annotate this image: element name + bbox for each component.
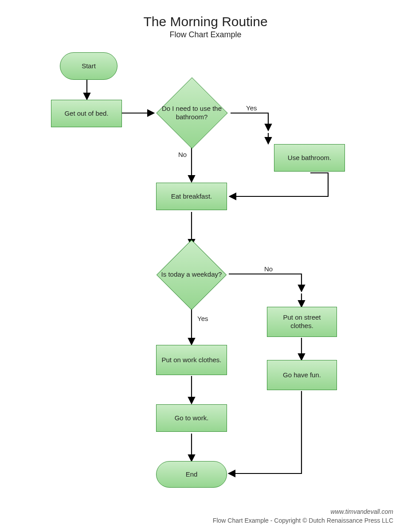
have-fun-process: Go have fun. (267, 360, 337, 390)
start-terminator: Start (60, 52, 117, 80)
flowchart-page: The Morning Routine Flow Chart Example (0, 0, 411, 532)
footer-copy: Flow Chart Example - Copyright © Dutch R… (213, 517, 393, 524)
start-label: Start (82, 62, 96, 70)
weekday-decision-label: Is today a weekday? (161, 270, 222, 279)
page-subtitle: Flow Chart Example (0, 30, 411, 39)
street-clothes-process: Put on street clothes. (267, 307, 337, 337)
weekday-decision: Is today a weekday? (154, 245, 229, 305)
get-out-of-bed-label: Get out of bed. (64, 110, 108, 118)
work-clothes-process: Put on work clothes. (156, 345, 227, 375)
go-to-work-label: Go to work. (175, 414, 209, 422)
work-clothes-label: Put on work clothes. (161, 356, 221, 364)
bathroom-no-label: No (178, 151, 187, 158)
street-clothes-label: Put on street clothes. (272, 313, 332, 330)
footer-url: www.timvandevall.com (330, 508, 393, 515)
go-to-work-process: Go to work. (156, 404, 227, 432)
eat-breakfast-process: Eat breakfast. (156, 183, 227, 210)
page-title: The Morning Routine (0, 14, 411, 29)
use-bathroom-label: Use bathroom. (288, 154, 331, 162)
eat-breakfast-label: Eat breakfast. (171, 192, 212, 201)
have-fun-label: Go have fun. (283, 371, 321, 379)
end-label: End (186, 470, 198, 479)
bathroom-yes-label: Yes (246, 104, 257, 112)
weekday-yes-label: Yes (197, 315, 208, 322)
use-bathroom-process: Use bathroom. (274, 144, 345, 172)
bathroom-decision: Do I need to use the bathroom? (153, 84, 231, 142)
weekday-no-label: No (264, 265, 273, 273)
end-terminator: End (156, 461, 227, 488)
bathroom-decision-label: Do I need to use the bathroom? (157, 105, 226, 121)
get-out-of-bed-process: Get out of bed. (51, 100, 122, 127)
